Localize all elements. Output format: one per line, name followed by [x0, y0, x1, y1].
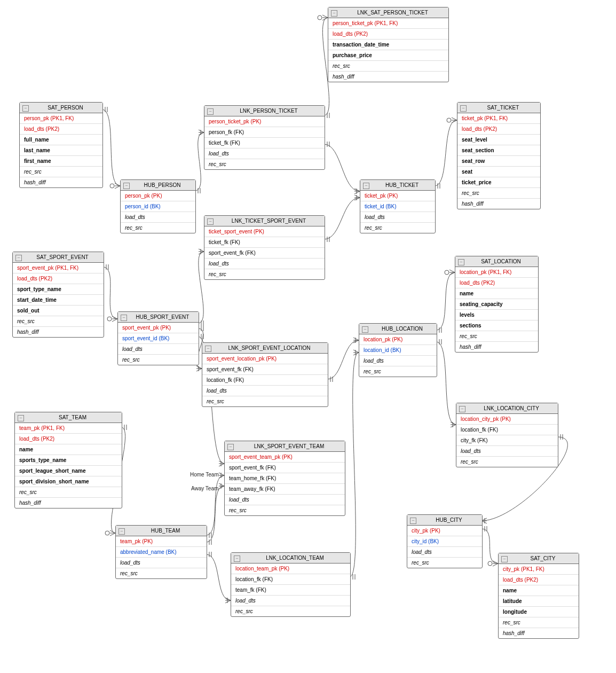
svg-point-65 [445, 270, 449, 275]
entity-column: location_city_pk (PK) [456, 414, 558, 425]
collapse-icon[interactable]: – [362, 326, 368, 333]
entity-column: load_dts (PK2) [457, 124, 540, 135]
svg-line-88 [219, 486, 224, 489]
collapse-icon[interactable]: – [121, 315, 127, 321]
entity-lnk_sat_person_ticket[interactable]: –LNK_SAT_PERSON_TICKETperson_ticket_pk (… [328, 7, 449, 82]
collapse-icon[interactable]: – [205, 346, 211, 352]
collapse-icon[interactable]: – [234, 555, 240, 562]
entity-column: ticket_fk (FK) [204, 237, 325, 248]
entity-column: hash_diff [15, 498, 122, 508]
entity-header: –SAT_TEAM [15, 412, 122, 423]
entity-column: rec_src [328, 61, 448, 72]
entity-column: location_fk (FK) [456, 425, 558, 435]
entity-column: sport_event_fk (FK) [202, 364, 328, 375]
entity-column: sport_event_pk (PK1, FK) [13, 263, 104, 273]
entity-title: SAT_TICKET [487, 105, 519, 111]
entity-column: seating_capacity [455, 299, 538, 310]
entity-column: load_dts (PK2) [499, 575, 579, 585]
entity-column: ticket_sport_event (PK) [204, 226, 325, 237]
entity-sat_team[interactable]: –SAT_TEAMteam_pk (PK1, FK)load_dts (PK2)… [14, 412, 122, 508]
svg-line-46 [112, 319, 117, 322]
entity-lnk_sport_event_location[interactable]: –LNK_SPORT_EVENT_LOCATIONsport_event_loc… [202, 342, 328, 407]
entity-column: location_team_pk (PK) [231, 564, 350, 574]
entity-hub_location[interactable]: –HUB_LOCATIONlocation_pk (PK)location_id… [359, 323, 437, 377]
entity-column: last_name [20, 145, 102, 156]
entity-column: team_pk (PK1, FK) [15, 423, 122, 434]
collapse-icon[interactable]: – [459, 406, 465, 412]
entity-header: –LNK_SPORT_EVENT_TEAM [225, 441, 345, 452]
entity-hub_person[interactable]: –HUB_PERSONperson_pk (PK)person_id (BK)l… [120, 179, 196, 233]
entity-column: load_dts [231, 596, 350, 606]
entity-column: rec_src [456, 457, 558, 467]
entity-column: city_pk (PK) [407, 526, 482, 536]
entity-hub_city[interactable]: –HUB_CITYcity_pk (PK)city_id (BK)load_dt… [407, 514, 483, 568]
collapse-icon[interactable]: – [119, 528, 125, 535]
entity-title: HUB_TEAM [151, 528, 180, 534]
entity-column: rec_src [360, 223, 435, 233]
entity-column: ticket_fk (FK) [204, 138, 325, 148]
entity-column: purchase_price [328, 50, 448, 61]
entity-sat_location[interactable]: –SAT_LOCATIONlocation_pk (PK1, FK)load_d… [455, 256, 539, 353]
entity-lnk_location_city[interactable]: –LNK_LOCATION_CITYlocation_city_pk (PK)l… [456, 403, 558, 467]
entity-hub_ticket[interactable]: –HUB_TICKETticket_pk (PK)ticket_id (BK)l… [360, 179, 436, 233]
entity-column: rec_src [499, 617, 579, 628]
entity-header: –SAT_PERSON [20, 103, 102, 113]
svg-line-68 [451, 422, 456, 425]
entity-lnk_person_ticket[interactable]: –LNK_PERSON_TICKETperson_ticket_pk (PK)p… [204, 105, 325, 170]
collapse-icon[interactable]: – [501, 556, 508, 562]
svg-line-38 [199, 249, 204, 252]
entity-column: sport_event_id (BK) [118, 333, 199, 344]
entity-lnk_location_team[interactable]: –LNK_LOCATION_TEAMlocation_team_pk (PK)l… [231, 552, 351, 617]
entity-hub_sport_event[interactable]: –HUB_SPORT_EVENTsport_event_pk (PK)sport… [117, 311, 199, 365]
collapse-icon[interactable]: – [22, 105, 29, 112]
entity-column: person_pk (PK1, FK) [20, 113, 102, 124]
svg-line-44 [112, 316, 117, 319]
entity-column: location_pk (PK1, FK) [455, 267, 538, 278]
entity-column: load_dts (PK2) [455, 278, 538, 288]
collapse-icon[interactable]: – [410, 518, 416, 524]
collapse-icon[interactable]: – [458, 259, 464, 265]
svg-line-20 [354, 189, 360, 191]
entity-column: name [15, 444, 122, 455]
entity-header: –SAT_TICKET [457, 103, 540, 113]
collapse-icon[interactable]: – [15, 255, 22, 261]
entity-header: –HUB_PERSON [121, 180, 195, 191]
entity-title: LNK_SPORT_EVENT_LOCATION [228, 345, 310, 351]
entity-sat_sport_event[interactable]: –SAT_SPORT_EVENTsport_event_pk (PK1, FK)… [12, 252, 104, 338]
collapse-icon[interactable]: – [363, 183, 369, 189]
svg-line-56 [353, 338, 359, 340]
collapse-icon[interactable]: – [331, 10, 337, 17]
collapse-icon[interactable]: – [227, 444, 234, 450]
entity-header: –LNK_TICKET_SPORT_EVENT [204, 216, 325, 226]
collapse-icon[interactable]: – [207, 218, 214, 225]
entity-column: sport_event_pk (PK) [118, 323, 199, 333]
svg-line-80 [219, 473, 224, 475]
svg-line-76 [219, 464, 224, 466]
entity-column: team_fk (FK) [231, 585, 350, 596]
svg-line-118 [493, 564, 498, 566]
collapse-icon[interactable]: – [123, 183, 130, 189]
entity-sat_ticket[interactable]: –SAT_TICKETticket_pk (PK1, FK)load_dts (… [457, 102, 541, 209]
entity-column: longitude [499, 607, 579, 617]
entity-column: name [455, 288, 538, 299]
entity-lnk_sport_event_team[interactable]: –LNK_SPORT_EVENT_TEAMsport_event_team_pk… [224, 441, 345, 516]
collapse-icon[interactable]: – [207, 108, 214, 115]
entity-hub_team[interactable]: –HUB_TEAMteam_pk (PK)abbreviated_name (B… [115, 525, 207, 579]
entity-column: start_date_time [13, 295, 104, 306]
entity-sat_city[interactable]: –SAT_CITYcity_pk (PK1, FK)load_dts (PK2)… [498, 553, 579, 639]
entity-title: LNK_SPORT_EVENT_TEAM [254, 443, 325, 449]
collapse-icon[interactable]: – [460, 105, 467, 112]
svg-line-100 [225, 600, 231, 603]
collapse-icon[interactable]: – [18, 415, 24, 421]
entity-column: rec_src [359, 366, 437, 377]
entity-title: HUB_TICKET [385, 182, 418, 188]
entity-header: –SAT_LOCATION [455, 256, 538, 267]
entity-sat_person[interactable]: –SAT_PERSONperson_pk (PK1, FK)load_dts (… [19, 102, 103, 188]
svg-line-22 [354, 191, 360, 194]
entity-column: load_dts [359, 356, 437, 366]
entity-column: person_ticket_pk (PK) [204, 116, 325, 127]
entity-column: hash_diff [455, 342, 538, 352]
entity-column: ticket_pk (PK1, FK) [457, 113, 540, 124]
entity-column: sold_out [13, 306, 104, 316]
entity-lnk_ticket_sport_event[interactable]: –LNK_TICKET_SPORT_EVENTticket_sport_even… [204, 215, 325, 280]
